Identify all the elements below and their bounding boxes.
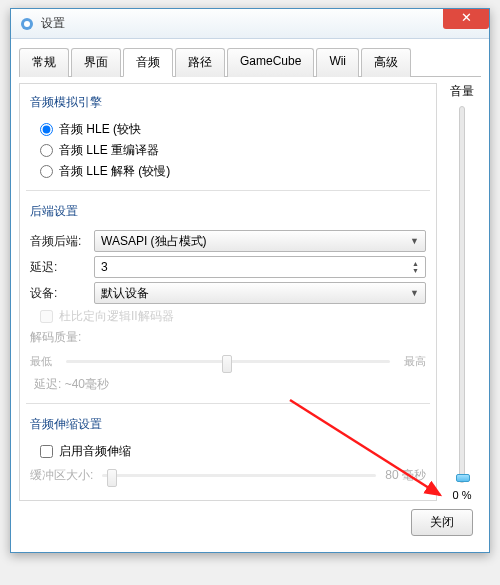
device-value: 默认设备: [101, 285, 149, 302]
volume-thumb[interactable]: [456, 474, 470, 482]
spinner-arrows-icon[interactable]: ▲▼: [412, 260, 419, 274]
radio-lle-recompiler-label: 音频 LLE 重编译器: [59, 142, 159, 159]
tab-bar: 常规 界面 音频 路径 GameCube Wii 高级: [19, 47, 481, 77]
dolby-checkbox: [40, 310, 53, 323]
volume-percent: 0 %: [453, 489, 472, 501]
volume-slider[interactable]: [459, 106, 465, 483]
enable-stretch-label: 启用音频伸缩: [59, 443, 131, 460]
radio-lle-interpreter-input[interactable]: [40, 165, 53, 178]
settings-window: 设置 ✕ 常规 界面 音频 路径 GameCube Wii 高级 音频模拟引擎 …: [10, 8, 490, 553]
radio-lle-recompiler[interactable]: 音频 LLE 重编译器: [40, 142, 426, 159]
radio-lle-interpreter-label: 音频 LLE 解释 (较慢): [59, 163, 170, 180]
audio-settings-panel: 音频模拟引擎 音频 HLE (较快 音频 LLE 重编译器 音频 LLE 解释 …: [19, 83, 437, 501]
radio-lle-recompiler-input[interactable]: [40, 144, 53, 157]
radio-hle-label: 音频 HLE (较快: [59, 121, 141, 138]
tab-audio[interactable]: 音频: [123, 48, 173, 77]
dolby-checkbox-row: 杜比定向逻辑II解码器: [40, 308, 426, 325]
buffer-label: 缓冲区大小:: [30, 467, 96, 484]
volume-label: 音量: [450, 83, 474, 100]
window-title: 设置: [41, 15, 65, 32]
enable-stretch-checkbox[interactable]: [40, 445, 53, 458]
tab-paths[interactable]: 路径: [175, 48, 225, 77]
backend-value: WASAPI (独占模式): [101, 233, 207, 250]
buffer-value: 80 毫秒: [382, 467, 426, 484]
svg-point-1: [24, 21, 30, 27]
titlebar: 设置 ✕: [11, 9, 489, 39]
tab-general[interactable]: 常规: [19, 48, 69, 77]
chevron-down-icon: ▼: [410, 236, 419, 246]
device-label: 设备:: [30, 285, 86, 302]
tab-gamecube[interactable]: GameCube: [227, 48, 314, 77]
dolby-label: 杜比定向逻辑II解码器: [59, 308, 174, 325]
engine-section-title: 音频模拟引擎: [30, 92, 426, 117]
close-window-button[interactable]: ✕: [443, 9, 489, 29]
stretch-section-title: 音频伸缩设置: [30, 414, 426, 439]
tab-interface[interactable]: 界面: [71, 48, 121, 77]
radio-lle-interpreter[interactable]: 音频 LLE 解释 (较慢): [40, 163, 426, 180]
latency-estimate: 延迟: ~40毫秒: [34, 376, 426, 393]
buffer-slider: [102, 466, 376, 484]
quality-slider: [66, 352, 390, 370]
tab-wii[interactable]: Wii: [316, 48, 359, 77]
tab-advanced[interactable]: 高级: [361, 48, 411, 77]
slider-high-label: 最高: [396, 354, 426, 369]
app-icon: [19, 16, 35, 32]
backend-label: 音频后端:: [30, 233, 86, 250]
quality-label: 解码质量:: [30, 329, 81, 346]
latency-value: 3: [101, 260, 108, 274]
chevron-down-icon: ▼: [410, 288, 419, 298]
enable-stretch-row[interactable]: 启用音频伸缩: [40, 443, 426, 460]
radio-hle-input[interactable]: [40, 123, 53, 136]
close-button[interactable]: 关闭: [411, 509, 473, 536]
device-select[interactable]: 默认设备 ▼: [94, 282, 426, 304]
slider-low-label: 最低: [30, 354, 60, 369]
backend-select[interactable]: WASAPI (独占模式) ▼: [94, 230, 426, 252]
volume-panel: 音量 0 %: [443, 83, 481, 501]
latency-spinner[interactable]: 3 ▲▼: [94, 256, 426, 278]
latency-label: 延迟:: [30, 259, 86, 276]
backend-section-title: 后端设置: [30, 201, 426, 226]
radio-hle[interactable]: 音频 HLE (较快: [40, 121, 426, 138]
